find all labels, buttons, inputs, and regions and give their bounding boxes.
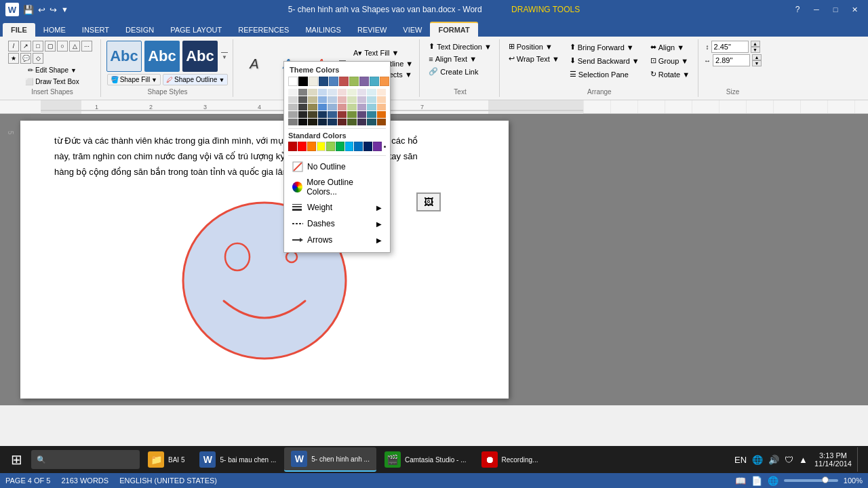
std-yellow[interactable] [317,142,326,151]
shade-swatch[interactable] [298,119,308,125]
shade-swatch[interactable] [357,96,367,103]
customize-qa-btn[interactable]: ▼ [61,5,68,14]
std-red-dark[interactable] [288,142,297,151]
tab-home[interactable]: HOME [35,23,74,37]
tray-network[interactable]: 🌐 [751,453,764,466]
color-swatch-6[interactable] [359,77,369,86]
std-dark-blue[interactable] [363,142,372,151]
shade-swatch[interactable] [328,96,337,103]
shade-swatch[interactable] [288,96,298,103]
shade-swatch[interactable] [328,104,337,110]
minimize-btn[interactable]: ─ [808,3,825,16]
draw-text-box-btn[interactable]: ⬜Draw Text Box [22,77,81,87]
tab-page-layout[interactable]: PAGE LAYOUT [162,23,230,37]
shade-swatch[interactable] [308,89,317,96]
shade-swatch[interactable] [308,96,317,103]
shade-swatch[interactable] [367,96,376,103]
shade-swatch[interactable] [298,104,308,110]
tab-references[interactable]: REFERENCES [230,23,297,37]
group-btn[interactable]: ⊡Group▼ [646,54,694,67]
shade-swatch[interactable] [318,104,328,110]
no-outline-item[interactable]: No Outline [288,159,386,175]
width-up-btn[interactable]: ▲ [752,54,762,60]
more-outline-colors-item[interactable]: More Outline Colors... [288,175,386,199]
shade-swatch[interactable] [288,89,298,96]
quick-save-btn[interactable]: 💾 [23,5,34,15]
shade-swatch[interactable] [338,111,347,118]
edit-shape-btn[interactable]: ✏Edit Shape▼ [25,65,79,75]
zoom-thumb[interactable] [822,476,829,483]
shade-swatch[interactable] [357,119,367,125]
width-down-btn[interactable]: ▼ [752,60,762,66]
shape-container[interactable]: 🖼 [54,186,475,375]
shade-swatch[interactable] [338,96,347,103]
shape-oval[interactable]: ○ [57,41,68,52]
shade-swatch[interactable] [318,89,328,96]
shade-swatch[interactable] [308,104,317,110]
std-blue[interactable] [354,142,363,151]
shape-arrow[interactable]: ↗ [20,41,31,52]
width-input[interactable] [713,54,750,66]
view-print-btn[interactable]: 📄 [751,476,762,486]
shape-triangle[interactable]: △ [69,41,80,52]
shade-swatch[interactable] [367,89,376,96]
shade-swatch[interactable] [338,104,347,110]
shade-swatch[interactable] [328,111,337,118]
tab-review[interactable]: REVIEW [349,23,395,37]
taskbar-app-camtasia[interactable]: 🎬 Camtasia Studio - ... [378,447,473,472]
tab-insert[interactable]: INSERT [74,23,117,37]
dashes-item[interactable]: Dashes ▶ [288,216,386,232]
height-input[interactable] [711,41,749,53]
tab-view[interactable]: VIEW [395,23,430,37]
weight-item[interactable]: Weight ▶ [288,199,386,216]
shade-swatch[interactable] [308,111,317,118]
send-backward-btn[interactable]: ⬇Send Backward▼ [566,54,644,67]
color-swatch-3[interactable] [329,77,338,86]
std-light-blue[interactable] [345,142,354,151]
color-swatch-7[interactable] [370,77,379,86]
quick-redo-btn[interactable]: ↪ [50,5,57,15]
shape-callout[interactable]: 💬 [20,53,31,64]
color-swatch-5[interactable] [349,77,359,86]
shade-swatch[interactable] [377,119,387,125]
show-desktop-btn[interactable] [857,447,861,472]
bring-forward-btn[interactable]: ⬆Bring Forward▼ [566,41,644,54]
shape-more[interactable]: ⋯ [81,41,92,52]
height-down-btn[interactable]: ▼ [751,47,760,53]
shade-swatch[interactable] [338,89,347,96]
shade-swatch[interactable] [318,119,328,125]
tab-file[interactable]: FILE [3,23,35,37]
shade-swatch[interactable] [377,96,387,103]
text-direction-btn[interactable]: ⬆Text Direction▼ [425,41,495,52]
shade-swatch[interactable] [367,111,376,118]
std-red[interactable] [298,142,307,151]
shade-swatch[interactable] [377,111,387,118]
align-btn[interactable]: ⬌Align▼ [646,41,694,54]
tab-format[interactable]: FORMAT [430,22,477,37]
shade-swatch[interactable] [367,104,376,110]
shade-swatch[interactable] [357,104,367,110]
taskbar-app-word2[interactable]: W 5- chen hinh anh ... [284,447,376,472]
help-btn[interactable]: ? [789,3,806,16]
abc-style-1[interactable]: Abc [106,41,142,72]
shade-swatch[interactable] [328,89,337,96]
start-button[interactable]: ⊞ [3,447,30,472]
shade-swatch[interactable] [377,89,387,96]
height-up-btn[interactable]: ▲ [751,41,760,47]
tray-up[interactable]: ▲ [797,453,809,466]
shade-swatch[interactable] [347,96,357,103]
shade-swatch[interactable] [377,104,387,110]
create-link-btn[interactable]: 🔗Create Link [425,66,481,77]
tray-volume[interactable]: 🔊 [767,453,781,466]
maximize-btn[interactable]: □ [827,3,844,16]
position-btn[interactable]: ⊞Position▼ [505,41,563,52]
shade-swatch[interactable] [288,111,298,118]
tab-mailings[interactable]: MAILINGS [297,23,349,37]
color-swatch-b[interactable] [298,77,308,86]
shade-swatch[interactable] [298,96,308,103]
document-page[interactable]: từ Đức và các thành viên khác trong gia … [20,121,509,399]
color-swatch-w[interactable] [288,77,298,86]
wordart-style-1[interactable]: A [239,51,270,77]
quick-undo-btn[interactable]: ↩ [38,5,45,15]
shade-swatch[interactable] [338,119,347,125]
